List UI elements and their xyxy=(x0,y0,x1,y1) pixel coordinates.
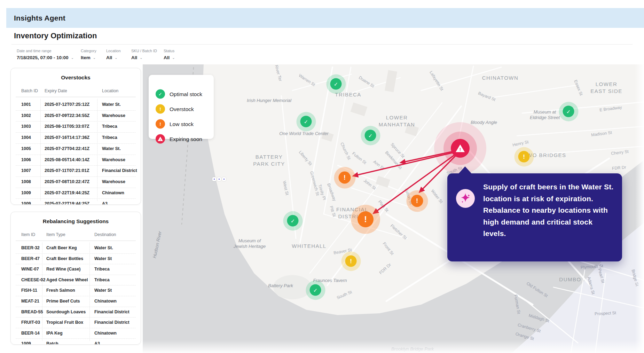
row-separator xyxy=(16,338,136,339)
chevron-down-icon: ⌄ xyxy=(115,56,117,60)
table-cell: 1008 xyxy=(21,179,31,184)
optimal-marker[interactable]: ✓ xyxy=(563,106,574,117)
filter-label: Category xyxy=(81,49,96,53)
low-marker[interactable]: ! xyxy=(411,195,423,207)
overstock-marker[interactable]: ! xyxy=(345,256,357,267)
table-row: BREAD-55Sourdough LoavesFinancial Distri… xyxy=(16,307,136,317)
map-dots-control[interactable] xyxy=(212,177,226,181)
table-cell: 1002 xyxy=(21,113,31,118)
legend-label: Expiring soon xyxy=(170,136,202,142)
row-separator xyxy=(16,328,136,328)
rebalancing-title: Rebalancing Suggestions xyxy=(11,218,141,225)
table-row: 10092025-07-22T19:44:25ZA3 xyxy=(16,198,136,205)
table-cell: Warehouse xyxy=(102,157,125,162)
table-cell: 2025-07-08T10:22:47Z xyxy=(45,179,89,184)
filter-category[interactable]: CategoryItem⌄ xyxy=(81,49,96,61)
table-cell: MEAT-21 xyxy=(21,299,39,304)
table-cell: 1009 xyxy=(21,341,31,345)
table-cell: Tropical Fruit Box xyxy=(46,320,83,325)
filter-sku-batch-id[interactable]: SKU / Batch IDAll⌄ xyxy=(131,49,157,61)
table-cell: 1009 xyxy=(21,201,31,205)
table-cell: BEER-47 xyxy=(21,256,40,261)
filter-value: All xyxy=(164,55,170,60)
table-cell: Tribeca xyxy=(102,124,117,129)
table-cell: BEER-32 xyxy=(21,245,40,250)
app-title: Insights Agent xyxy=(14,14,65,22)
row-separator xyxy=(16,155,136,155)
header-underline xyxy=(16,241,136,241)
exclamation-icon: ! xyxy=(358,211,374,227)
table-row: BEER-14IPA KegChinatown xyxy=(16,328,136,339)
table-cell: 1005 xyxy=(21,146,31,151)
low_big-marker[interactable]: ! xyxy=(358,211,374,227)
table-cell: Water St. xyxy=(94,245,113,250)
expiring-warning-icon: ! xyxy=(451,139,470,158)
table-cell: CHEESE-02 xyxy=(21,277,45,282)
table-cell: Financial District xyxy=(102,168,137,173)
row-separator xyxy=(16,198,136,199)
table-cell: 2025-08-05T14:40:14Z xyxy=(45,157,89,162)
table-row: 10072025-07-11T07:21:01ZFinancial Distri… xyxy=(16,165,136,176)
filter-value: 7/18/2025, 07:00 - 10:00 xyxy=(17,55,69,60)
map-canvas[interactable]: ✓Optimal stock!Overstock!Low stock!Expir… xyxy=(143,64,644,353)
page-title: Inventory Optimization xyxy=(14,31,97,40)
legend-item-expiring: !Expiring soon xyxy=(156,134,202,144)
filter-date-and-time-range[interactable]: Date and time range7/18/2025, 07:00 - 10… xyxy=(17,49,74,61)
optimal-marker[interactable]: ✓ xyxy=(330,78,342,90)
exclamation-icon: ! xyxy=(345,256,357,267)
column-header: Expiry Date xyxy=(45,88,67,93)
column-header: Item ID xyxy=(21,232,35,237)
table-cell: IPA Keg xyxy=(46,331,63,336)
column-header: Batch ID xyxy=(21,88,38,93)
table-cell: 1009 xyxy=(21,190,31,195)
table-cell: 2025-07-22T19:44:25Z xyxy=(45,201,89,205)
filter-location[interactable]: LocationAll⌄ xyxy=(106,49,121,61)
row-separator xyxy=(16,264,136,264)
optimal-marker[interactable]: ✓ xyxy=(310,284,321,296)
legend-item-optimal: ✓Optimal stock xyxy=(156,89,202,99)
filter-value: All xyxy=(131,55,137,60)
table-cell: 1004 xyxy=(21,135,31,140)
table-cell: Batch xyxy=(46,341,58,345)
table-row: 10092025-07-22T19:44:25ZChinatown xyxy=(16,188,136,198)
table-cell: BEER-14 xyxy=(21,331,40,336)
table-cell: 2025-07-12T07:25:12Z xyxy=(45,102,89,107)
legend-label: Overstock xyxy=(170,106,194,112)
exclamation-icon: ! xyxy=(411,195,423,207)
table-cell: 1006 xyxy=(21,157,31,162)
table-cell: 2025-07-16T14:17:36Z xyxy=(45,135,89,140)
optimal-marker[interactable]: ✓ xyxy=(300,116,312,127)
row-separator xyxy=(16,176,136,177)
table-cell: Chinatown xyxy=(94,299,117,304)
row-separator xyxy=(16,132,136,133)
filter-status[interactable]: StatusAll⌄ xyxy=(164,49,175,61)
table-row: FISH-11Fresh SalmonWater St xyxy=(16,285,136,296)
table-cell: 2025-07-27T04:22:41Z xyxy=(45,146,89,151)
check-icon: ✓ xyxy=(310,284,321,296)
legend-label: Optimal stock xyxy=(170,91,202,97)
expiring-marker[interactable]: ! xyxy=(451,139,470,158)
table-row: 10062025-08-05T14:40:14ZWarehouse xyxy=(16,155,136,165)
low-marker[interactable]: ! xyxy=(339,172,351,184)
filter-value: Item xyxy=(81,55,91,60)
column-header: Destination xyxy=(94,232,116,237)
table-row: FRUIT-03Tropical Fruit BoxFinancial Dist… xyxy=(16,317,136,328)
legend-label: Low stock xyxy=(170,121,194,127)
table-cell: A3 xyxy=(94,341,100,345)
table-row: BEER-47Craft Beer BottlesWater St xyxy=(16,253,136,264)
overstock-marker[interactable]: ! xyxy=(518,151,530,163)
table-cell: Sourdough Loaves xyxy=(46,309,86,314)
expiring-icon: ! xyxy=(156,134,165,144)
table-cell: 2025-07-22T19:44:25Z xyxy=(45,190,89,195)
optimal-marker[interactable]: ✓ xyxy=(287,215,299,227)
table-cell: Prime Beef Cuts xyxy=(46,299,80,304)
optimal-marker[interactable]: ✓ xyxy=(365,130,376,141)
table-cell: FRUIT-03 xyxy=(21,320,40,325)
table-cell: Warehouse xyxy=(102,179,125,184)
warning-triangle-icon: ! xyxy=(158,137,163,141)
table-cell: Red Wine (Case) xyxy=(46,267,81,272)
row-separator xyxy=(16,165,136,166)
check-icon: ✓ xyxy=(300,116,312,127)
row-separator xyxy=(16,121,136,121)
table-cell: Tribeca xyxy=(94,267,110,272)
